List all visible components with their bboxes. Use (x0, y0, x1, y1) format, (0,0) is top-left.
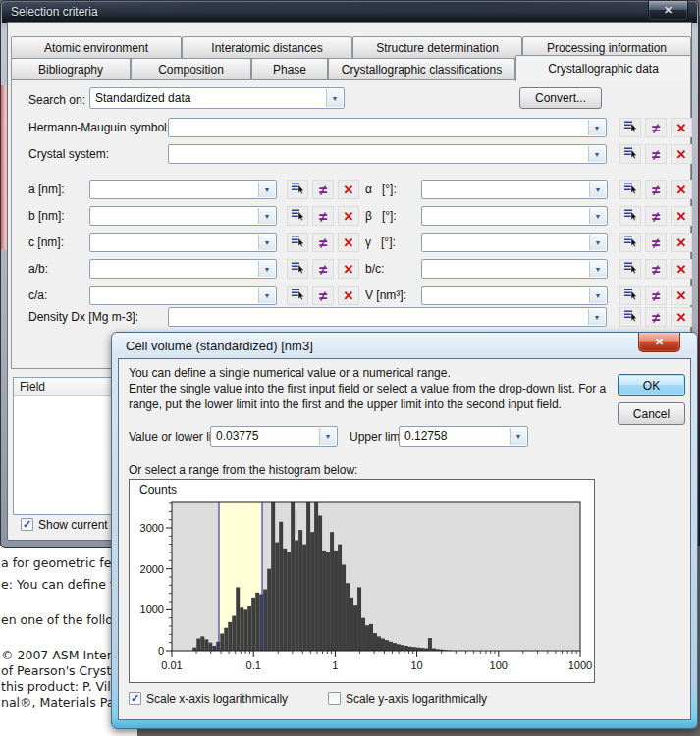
convert-button[interactable]: Convert... (519, 87, 602, 109)
chevron-down-icon[interactable]: ▼ (510, 428, 526, 445)
remove-icon-button[interactable]: ✕ (671, 233, 692, 252)
field-combobox[interactable]: ▼ (168, 118, 607, 137)
histogram-bar (208, 643, 212, 651)
remove-icon-button[interactable]: ✕ (338, 206, 359, 226)
not-equal-icon-button[interactable]: ≠ (645, 144, 667, 164)
field-combobox[interactable]: ▼ (421, 233, 608, 252)
histogram-bar (318, 516, 322, 652)
list-select-icon-button[interactable] (619, 233, 641, 252)
not-equal-icon-button[interactable]: ≠ (645, 286, 667, 305)
remove-icon-button[interactable]: ✕ (671, 180, 692, 199)
remove-icon-button[interactable]: ✕ (671, 259, 692, 279)
not-equal-icon-button[interactable]: ≠ (312, 259, 334, 279)
remove-icon-button[interactable]: ✕ (671, 118, 692, 137)
cell-volume-histogram[interactable]: 01000200030000.010.11101001000Counts (129, 479, 595, 683)
tab-atomic-environment[interactable]: Atomic environment (11, 36, 182, 59)
show-current-checkbox[interactable]: ✓ (21, 518, 33, 531)
list-select-icon-button[interactable] (619, 144, 641, 164)
upper-limit-combobox[interactable]: 0.12758 ▼ (399, 426, 528, 447)
list-select-icon-button[interactable] (287, 233, 308, 252)
search-on-combobox[interactable]: Standardized data ▼ (89, 87, 345, 109)
not-equal-icon: ≠ (319, 183, 327, 197)
tab-composition[interactable]: Composition (131, 58, 251, 80)
chevron-down-icon[interactable]: ▼ (589, 235, 606, 250)
field-combobox[interactable]: ▼ (89, 259, 277, 279)
field-combobox[interactable]: ▼ (89, 206, 277, 226)
list-select-icon-button[interactable] (619, 259, 641, 279)
tab-bibliography[interactable]: Bibliography (11, 58, 131, 80)
tab-structure-determination[interactable]: Structure determination (352, 36, 522, 59)
field-combobox[interactable]: ▼ (421, 259, 608, 279)
field-combobox[interactable]: ▼ (421, 180, 608, 199)
remove-icon-button[interactable]: ✕ (338, 233, 359, 252)
list-select-icon-button[interactable] (287, 259, 308, 279)
not-equal-icon-button[interactable]: ≠ (645, 259, 667, 279)
close-icon[interactable]: ✕ (648, 1, 688, 21)
list-select-icon-button[interactable] (619, 180, 641, 199)
remove-icon-button[interactable]: ✕ (671, 206, 692, 226)
lower-limit-combobox[interactable]: 0.03775 ▼ (210, 426, 338, 447)
chevron-down-icon[interactable]: ▼ (258, 208, 275, 224)
not-equal-icon-button[interactable]: ≠ (312, 206, 334, 226)
not-equal-icon-button[interactable]: ≠ (645, 180, 667, 199)
chevron-down-icon[interactable]: ▼ (258, 182, 275, 197)
close-icon[interactable]: ✕ (638, 333, 680, 352)
tab-phase[interactable]: Phase (251, 58, 328, 80)
remove-icon-button[interactable]: ✕ (671, 144, 692, 164)
chevron-down-icon[interactable]: ▼ (589, 261, 606, 277)
histogram-bar (228, 622, 232, 651)
not-equal-icon-button[interactable]: ≠ (645, 233, 667, 252)
field-combobox[interactable]: ▼ (168, 144, 607, 164)
ok-button[interactable]: OK (618, 374, 685, 396)
list-select-icon-button[interactable] (287, 206, 308, 226)
histogram-plot[interactable]: 01000200030000.010.11101001000Counts (130, 480, 594, 682)
title-bar[interactable]: Selection criteria (2, 2, 697, 23)
chevron-down-icon[interactable]: ▼ (589, 288, 606, 303)
field-label: Density Dx [Mg m-3]: (28, 310, 138, 324)
chevron-down-icon[interactable]: ▼ (589, 208, 606, 224)
not-equal-icon-button[interactable]: ≠ (645, 118, 667, 137)
chevron-down-icon[interactable]: ▼ (588, 309, 605, 325)
not-equal-icon-button[interactable]: ≠ (312, 286, 334, 305)
remove-icon-button[interactable]: ✕ (671, 307, 692, 327)
field-combobox[interactable]: ▼ (89, 286, 277, 305)
chevron-down-icon[interactable]: ▼ (258, 261, 275, 277)
list-select-icon-button[interactable] (287, 180, 308, 199)
chevron-down-icon[interactable]: ▼ (589, 182, 606, 197)
list-select-icon-button[interactable] (619, 118, 641, 137)
field-combobox[interactable]: ▼ (89, 180, 277, 199)
tab-interatomic-distances[interactable]: Interatomic distances (182, 36, 352, 59)
remove-icon-button[interactable]: ✕ (671, 286, 692, 305)
list-select-icon-button[interactable] (619, 307, 641, 327)
list-select-icon-button[interactable] (287, 286, 308, 305)
field-combobox[interactable]: ▼ (421, 286, 608, 305)
field-combobox[interactable]: ▼ (168, 307, 607, 327)
chevron-down-icon[interactable]: ▼ (258, 235, 275, 250)
chevron-down-icon[interactable]: ▼ (319, 428, 336, 445)
search-on-label: Search on: (28, 93, 85, 107)
chevron-down-icon[interactable]: ▼ (588, 146, 605, 162)
list-select-icon-button[interactable] (619, 286, 641, 305)
not-equal-icon-button[interactable]: ≠ (312, 233, 334, 252)
not-equal-icon-button[interactable]: ≠ (645, 307, 667, 327)
scale-y-log-checkbox[interactable] (328, 692, 341, 705)
chevron-down-icon[interactable]: ▼ (588, 120, 605, 135)
chevron-down-icon[interactable]: ▼ (326, 89, 343, 107)
tab-crystallographic-classifications[interactable]: Crystallographic classifications (328, 58, 515, 80)
remove-icon-button[interactable]: ✕ (338, 180, 359, 199)
remove-icon-button[interactable]: ✕ (338, 286, 359, 305)
cancel-button[interactable]: Cancel (618, 402, 685, 425)
field-combobox[interactable]: ▼ (421, 206, 608, 226)
not-equal-icon-button[interactable]: ≠ (312, 180, 334, 199)
not-equal-icon-button[interactable]: ≠ (645, 206, 667, 226)
histogram-bar (334, 551, 338, 651)
list-select-icon (623, 287, 637, 304)
list-select-icon-button[interactable] (619, 206, 641, 226)
remove-icon-button[interactable]: ✕ (338, 259, 359, 279)
field-combobox[interactable]: ▼ (89, 233, 277, 252)
remove-icon: ✕ (676, 210, 687, 223)
tab-crystallographic-data[interactable]: Crystallographic data (515, 55, 691, 81)
scale-x-log-checkbox[interactable]: ✓ (129, 692, 141, 705)
histogram-bar (401, 645, 404, 651)
chevron-down-icon[interactable]: ▼ (258, 288, 275, 303)
